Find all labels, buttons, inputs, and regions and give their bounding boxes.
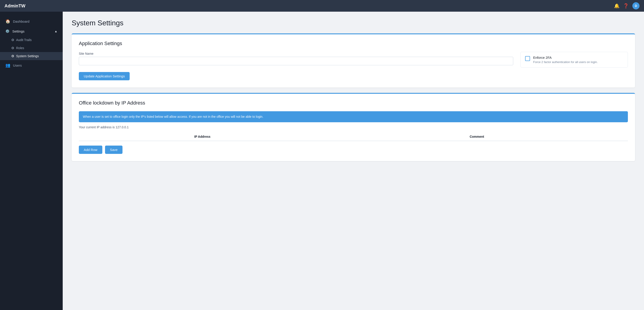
update-app-settings-button[interactable]: Update Application Settings <box>79 72 130 80</box>
application-settings-card: Application Settings Site Name Enforce 2… <box>72 33 635 87</box>
ip-table-actions: Add Row Save <box>79 145 628 154</box>
home-icon: 🏠 <box>5 19 10 24</box>
topbar: AdminTW 🔔 ❓ D <box>0 0 644 12</box>
save-button[interactable]: Save <box>105 145 122 154</box>
sidebar-label-roles: Roles <box>16 46 24 50</box>
office-lockdown-banner: When a user is set to office login only … <box>79 111 628 122</box>
sidebar-label-system-settings: System Settings <box>16 54 39 58</box>
chevron-up-icon: ▲ <box>54 30 57 33</box>
sidebar: 🏠 Dashboard ⚙️ Settings ▲ Audit Trails R… <box>0 12 63 310</box>
sidebar-item-dashboard[interactable]: 🏠 Dashboard <box>0 16 63 27</box>
circle-icon <box>12 55 14 57</box>
sidebar-label-dashboard: Dashboard <box>13 20 29 23</box>
app-settings-row: Site Name Enforce 2FA Force 2 factor aut… <box>79 52 628 68</box>
current-ip-text: Your current IP address is 127.0.0.1 <box>79 125 628 129</box>
app-settings-title: Application Settings <box>79 41 628 46</box>
notification-icon[interactable]: 🔔 <box>614 3 620 9</box>
circle-icon <box>12 39 14 41</box>
enforce-2fa-label: Enforce 2FA <box>533 56 598 59</box>
sidebar-item-audit-trails[interactable]: Audit Trails <box>0 36 63 44</box>
site-name-label: Site Name <box>79 52 513 55</box>
add-row-button[interactable]: Add Row <box>79 145 102 154</box>
main-content: System Settings Application Settings Sit… <box>63 12 644 310</box>
sidebar-item-settings[interactable]: ⚙️ Settings ▲ <box>0 27 63 36</box>
avatar[interactable]: D <box>632 2 640 10</box>
table-header-row: IP Address Comment <box>79 132 628 141</box>
help-icon[interactable]: ❓ <box>623 3 629 9</box>
sidebar-item-users[interactable]: 👥 Users <box>0 60 63 70</box>
page-title: System Settings <box>72 19 635 27</box>
enforce-2fa-desc: Force 2 factor authentication for all us… <box>533 60 598 64</box>
enforce-2fa-box: Enforce 2FA Force 2 factor authenticatio… <box>520 52 628 68</box>
settings-icon: ⚙️ <box>5 29 10 33</box>
office-lockdown-card: Office lockdown by IP Address When a use… <box>72 93 635 161</box>
circle-icon <box>12 47 14 49</box>
comment-header: Comment <box>326 132 628 141</box>
enforce-2fa-text: Enforce 2FA Force 2 factor authenticatio… <box>533 56 598 64</box>
sidebar-label-settings: Settings <box>12 29 24 33</box>
ip-address-table: IP Address Comment <box>79 132 628 141</box>
brand-logo: AdminTW <box>4 3 25 9</box>
topbar-actions: 🔔 ❓ D <box>614 2 640 10</box>
users-icon: 👥 <box>5 63 10 68</box>
ip-address-header: IP Address <box>79 132 326 141</box>
site-name-group: Site Name <box>79 52 513 65</box>
enforce-2fa-checkbox[interactable] <box>525 56 530 61</box>
sidebar-label-audit-trails: Audit Trails <box>16 38 32 42</box>
sidebar-label-users: Users <box>13 64 22 67</box>
office-lockdown-title: Office lockdown by IP Address <box>79 100 628 106</box>
sidebar-item-system-settings[interactable]: System Settings <box>0 52 63 60</box>
sidebar-item-roles[interactable]: Roles <box>0 44 63 52</box>
site-name-input[interactable] <box>79 57 513 65</box>
